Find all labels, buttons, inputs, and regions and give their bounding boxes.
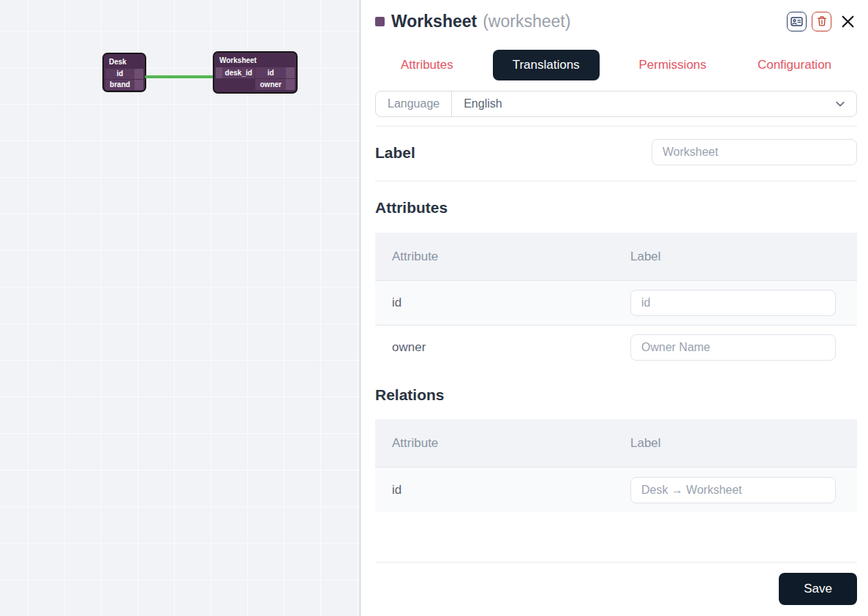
header-actions <box>787 12 857 31</box>
column-header-label: Label <box>630 249 661 264</box>
attribute-label-input-id[interactable] <box>630 290 836 316</box>
entity-field-label: id <box>268 69 274 77</box>
id-card-icon <box>790 15 803 28</box>
entity-field-label: desk_id <box>225 69 252 77</box>
relations-table-header: Attribute Label <box>375 419 857 467</box>
language-select-value: English <box>452 97 502 110</box>
delete-entity-button[interactable] <box>812 12 831 31</box>
column-header-attribute: Attribute <box>375 436 630 451</box>
connection-handle[interactable] <box>135 69 143 79</box>
divider <box>375 181 857 181</box>
relation-attribute-name: id <box>375 483 630 497</box>
entity-node-worksheet[interactable]: Worksheet desk_id id owner <box>213 51 298 94</box>
table-row: id <box>375 280 857 325</box>
entity-color-swatch-icon <box>375 17 385 26</box>
column-header-label: Label <box>630 436 661 451</box>
connection-handle[interactable] <box>216 67 222 78</box>
entity-field-row: desk_id id <box>216 67 295 78</box>
divider <box>375 126 857 127</box>
entity-field-label: brand <box>110 80 130 89</box>
language-select[interactable]: Language English <box>375 91 857 117</box>
entity-node-desk[interactable]: Desk id brand <box>102 53 146 92</box>
tab-permissions[interactable]: Permissions <box>627 50 718 80</box>
entity-field-label: owner <box>260 80 282 89</box>
relation-label-input-id[interactable] <box>630 477 836 503</box>
close-panel-button[interactable] <box>838 12 857 31</box>
entity-field-row: brand <box>105 80 143 90</box>
attributes-table-header: Attribute Label <box>375 233 857 280</box>
panel-title: Worksheet <box>391 12 477 31</box>
tab-translations[interactable]: Translations <box>493 50 600 80</box>
attribute-name: id <box>375 296 630 310</box>
chevron-down-icon <box>834 98 856 110</box>
label-section-heading: Label <box>375 143 415 162</box>
divider <box>375 562 857 563</box>
label-section: Label <box>375 139 857 165</box>
entity-field-cell: id <box>255 67 295 78</box>
connection-handle[interactable] <box>286 79 295 90</box>
diagram-canvas[interactable]: Desk id brand Worksheet desk_id id <box>0 0 361 616</box>
entity-label-input[interactable] <box>652 139 857 165</box>
entity-field-row: owner <box>216 79 295 90</box>
tab-configuration[interactable]: Configuration <box>746 50 843 80</box>
entity-title: Desk <box>104 54 145 69</box>
table-row: id <box>375 467 857 512</box>
panel-subtitle: (worksheet) <box>483 12 570 31</box>
connection-handle[interactable] <box>135 80 143 90</box>
panel-footer: Save <box>375 573 857 605</box>
tab-bar: Attributes Translations Permissions Conf… <box>375 48 857 81</box>
save-button[interactable]: Save <box>779 573 857 605</box>
entity-editor-panel: Worksheet (worksheet) <box>361 0 868 616</box>
entity-field-cell: owner <box>255 79 295 90</box>
attributes-section-heading: Attributes <box>375 198 857 217</box>
entity-field-cell: desk_id <box>216 67 254 78</box>
attributes-table: Attribute Label id owner <box>375 233 857 369</box>
relation-edge[interactable] <box>145 75 214 78</box>
relations-table: Attribute Label id <box>375 419 857 512</box>
tab-attributes[interactable]: Attributes <box>389 50 465 80</box>
entity-details-button[interactable] <box>787 12 807 31</box>
table-row: owner <box>375 325 857 369</box>
language-select-label: Language <box>376 91 452 116</box>
relations-section-heading: Relations <box>375 385 857 405</box>
attribute-name: owner <box>375 340 630 355</box>
connection-handle[interactable] <box>286 67 295 78</box>
entity-title: Worksheet <box>214 53 296 67</box>
entity-field-row: id <box>105 69 143 79</box>
attribute-label-input-owner[interactable] <box>630 334 836 361</box>
entity-field-label: id <box>117 70 124 78</box>
entity-field-cell <box>216 79 254 90</box>
close-icon <box>840 14 856 29</box>
column-header-attribute: Attribute <box>375 249 630 264</box>
panel-header: Worksheet (worksheet) <box>375 9 857 34</box>
trash-icon <box>816 15 828 27</box>
